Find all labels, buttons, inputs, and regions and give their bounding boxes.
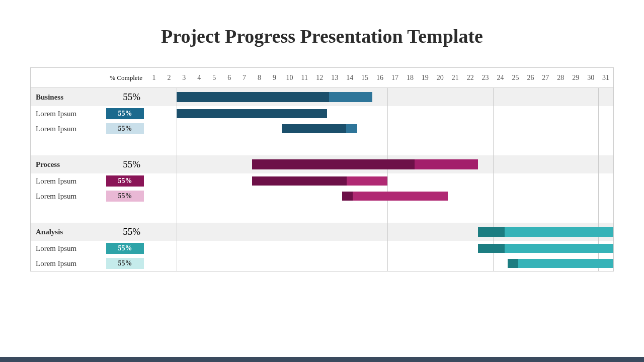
day-header-cell: 16 bbox=[372, 68, 387, 87]
header-pct-complete: % Complete bbox=[104, 68, 146, 87]
row-bar-area bbox=[146, 204, 613, 223]
gantt-bar bbox=[508, 259, 613, 268]
gantt-bar bbox=[478, 227, 613, 237]
day-header-cell: 17 bbox=[387, 68, 403, 87]
task-label: Lorem Ipsum bbox=[31, 244, 104, 253]
task-row: Lorem Ipsum55% bbox=[31, 106, 613, 121]
task-pct: 55% bbox=[104, 243, 146, 254]
row-bar-area bbox=[146, 173, 613, 189]
task-label: Lorem Ipsum bbox=[31, 110, 104, 118]
pct-badge: 55% bbox=[106, 108, 144, 119]
row-bar-area bbox=[146, 106, 613, 121]
pct-badge: 55% bbox=[106, 258, 144, 269]
day-header-cell: 13 bbox=[327, 68, 342, 87]
day-header-cell: 14 bbox=[342, 68, 357, 87]
day-header-cell: 29 bbox=[568, 68, 583, 87]
task-pct: 55% bbox=[104, 123, 146, 134]
day-header-cell: 5 bbox=[207, 68, 222, 87]
day-header-cell: 6 bbox=[222, 68, 237, 87]
gantt-bar bbox=[282, 124, 357, 133]
section-pct: 55% bbox=[104, 159, 146, 170]
row-bar-area bbox=[146, 189, 613, 204]
gantt-bar bbox=[342, 192, 448, 201]
task-row: Lorem Ipsum55% bbox=[31, 241, 613, 256]
gantt-bar bbox=[478, 244, 613, 253]
task-pct: 55% bbox=[104, 175, 146, 187]
day-header-cell: 21 bbox=[448, 68, 463, 87]
section-pct: 55% bbox=[104, 226, 146, 237]
day-header-cell: 10 bbox=[282, 68, 297, 87]
pct-badge: 55% bbox=[106, 175, 144, 187]
section-label: Business bbox=[31, 93, 104, 102]
section-row: Process55% bbox=[31, 155, 613, 173]
section-label: Analysis bbox=[31, 228, 104, 236]
header-label-blank bbox=[31, 68, 104, 87]
day-header-cell: 30 bbox=[583, 68, 598, 87]
task-row: Lorem Ipsum55% bbox=[31, 256, 613, 271]
row-bar-area bbox=[146, 88, 613, 106]
task-row: Lorem Ipsum55% bbox=[31, 121, 613, 136]
day-header-cell: 2 bbox=[162, 68, 177, 87]
task-pct: 55% bbox=[104, 108, 146, 119]
day-header-cell: 31 bbox=[598, 68, 613, 87]
day-header-cell: 20 bbox=[433, 68, 448, 87]
task-row: Lorem Ipsum55% bbox=[31, 189, 613, 204]
task-label: Lorem Ipsum bbox=[31, 177, 104, 186]
footer-bar bbox=[0, 357, 644, 362]
pct-badge: 55% bbox=[106, 123, 144, 134]
day-header-cell: 25 bbox=[508, 68, 523, 87]
gantt-chart: % Complete 12345678910111213141516171819… bbox=[30, 67, 614, 272]
task-label: Lorem Ipsum bbox=[31, 259, 104, 268]
day-header-cell: 23 bbox=[478, 68, 493, 87]
task-label: Lorem Ipsum bbox=[31, 125, 104, 133]
day-header-cell: 1 bbox=[146, 68, 162, 87]
day-header-cell: 26 bbox=[523, 68, 538, 87]
day-header-cell: 19 bbox=[418, 68, 433, 87]
section-row: Analysis55% bbox=[31, 223, 613, 241]
day-header-cell: 27 bbox=[538, 68, 553, 87]
day-header-cell: 12 bbox=[312, 68, 327, 87]
pct-badge: 55% bbox=[106, 191, 144, 202]
pct-badge: 55% bbox=[106, 243, 144, 254]
day-header-cell: 4 bbox=[192, 68, 207, 87]
section-row: Business55% bbox=[31, 88, 613, 106]
task-row: Lorem Ipsum55% bbox=[31, 173, 613, 189]
task-pct: 55% bbox=[104, 258, 146, 269]
section-pct: 55% bbox=[104, 92, 146, 103]
day-header-cell: 11 bbox=[297, 68, 312, 87]
page-title: Project Progress Presentation Template bbox=[0, 25, 644, 47]
header-days: 1234567891011121314151617181920212223242… bbox=[146, 68, 613, 87]
day-header-cell: 7 bbox=[237, 68, 252, 87]
day-header-cell: 18 bbox=[403, 68, 418, 87]
day-header-cell: 15 bbox=[357, 68, 372, 87]
day-header-cell: 8 bbox=[252, 68, 267, 87]
row-bar-area bbox=[146, 223, 613, 241]
task-label: Lorem Ipsum bbox=[31, 192, 104, 201]
day-header-cell: 3 bbox=[177, 68, 192, 87]
spacer-row bbox=[31, 136, 613, 155]
section-label: Process bbox=[31, 160, 104, 169]
row-bar-area bbox=[146, 241, 613, 256]
row-bar-area bbox=[146, 121, 613, 136]
day-header-cell: 28 bbox=[553, 68, 568, 87]
gantt-body: Business55%Lorem Ipsum55%Lorem Ipsum55%P… bbox=[31, 88, 613, 271]
gantt-bar bbox=[252, 159, 478, 169]
gantt-header: % Complete 12345678910111213141516171819… bbox=[31, 68, 613, 88]
gantt-bar bbox=[177, 92, 372, 102]
day-header-cell: 22 bbox=[463, 68, 478, 87]
spacer-row bbox=[31, 204, 613, 223]
task-pct: 55% bbox=[104, 191, 146, 202]
row-bar-area bbox=[146, 155, 613, 173]
row-bar-area bbox=[146, 256, 613, 271]
row-bar-area bbox=[146, 136, 613, 155]
gantt-bar bbox=[252, 176, 387, 186]
day-header-cell: 24 bbox=[493, 68, 508, 87]
day-header-cell: 9 bbox=[267, 68, 282, 87]
gantt-bar bbox=[177, 109, 327, 118]
